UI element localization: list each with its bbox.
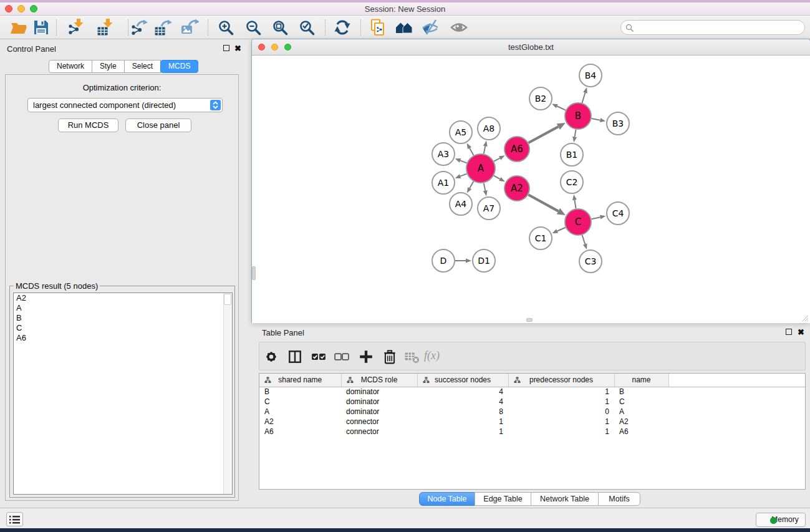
graph-edge[interactable] <box>460 174 467 177</box>
optimization-criterion-select[interactable]: largest connected component (directed) <box>27 98 223 112</box>
float-panel-icon[interactable] <box>786 329 792 335</box>
tab-select[interactable]: Select <box>124 60 161 73</box>
horizontal-scrollbar-thumb[interactable] <box>526 318 533 322</box>
close-window-button[interactable] <box>5 5 12 12</box>
graph-edge[interactable] <box>484 146 485 153</box>
memory-button[interactable]: Memory <box>756 513 806 527</box>
table-cell[interactable]: A2 <box>259 417 341 427</box>
tab-node-table[interactable]: Node Table <box>419 492 475 506</box>
select-all-columns-icon[interactable] <box>311 349 326 364</box>
table-row[interactable]: A2connector11A2 <box>259 417 806 427</box>
graph-edge[interactable] <box>484 183 485 191</box>
clone-network-icon[interactable] <box>369 18 387 37</box>
import-table-icon[interactable] <box>95 18 114 37</box>
table-cell[interactable]: A2 <box>614 417 668 427</box>
import-network-icon[interactable] <box>66 18 85 37</box>
graph-edge[interactable] <box>494 158 499 162</box>
mcds-result-list[interactable]: A2ABCA6 <box>13 293 233 495</box>
tab-edge-table[interactable]: Edge Table <box>475 492 531 506</box>
scrollbar-thumb[interactable] <box>224 294 231 305</box>
hide-details-icon[interactable] <box>421 18 440 37</box>
delete-column-icon[interactable] <box>382 349 397 364</box>
show-all-networks-icon[interactable] <box>395 18 413 37</box>
run-mcds-button[interactable]: Run MCDS <box>58 118 118 132</box>
resize-grip-icon[interactable] <box>801 314 809 322</box>
minimize-window-button[interactable] <box>17 5 25 12</box>
mcds-result-item[interactable]: B <box>14 313 232 323</box>
graph-edge[interactable] <box>575 130 576 137</box>
delete-table-icon[interactable] <box>405 349 420 364</box>
zoom-out-icon[interactable] <box>244 18 263 37</box>
table-cell[interactable]: dominator <box>341 407 417 417</box>
graph-edge[interactable] <box>582 235 586 244</box>
table-row[interactable]: Adominator80A <box>259 407 806 417</box>
minimize-window-button[interactable] <box>271 44 278 51</box>
scrollbar-track[interactable] <box>223 293 232 494</box>
export-table-icon[interactable] <box>153 18 172 37</box>
show-columns-icon[interactable] <box>287 349 302 364</box>
network-canvas[interactable]: AA6A2BCA5A8A3A1A4A7B2B4B3B1C2C4C1C3DD1 <box>252 56 810 323</box>
close-window-button[interactable] <box>258 44 265 51</box>
tab-motifs[interactable]: Motifs <box>598 492 640 506</box>
float-panel-icon[interactable] <box>223 45 229 51</box>
table-cell[interactable]: A6 <box>614 427 668 437</box>
mcds-result-item[interactable]: C <box>14 323 232 333</box>
table-cell[interactable]: 1 <box>417 417 508 427</box>
graph-edge[interactable] <box>574 200 576 209</box>
table-cell[interactable]: 1 <box>417 427 508 437</box>
show-details-icon[interactable] <box>450 18 468 37</box>
table-cell[interactable]: A6 <box>259 427 341 437</box>
add-column-icon[interactable] <box>359 349 374 364</box>
table-cell[interactable]: 1 <box>508 427 614 437</box>
table-cell[interactable]: connector <box>341 417 417 427</box>
network-window-titlebar[interactable]: testGlobe.txt <box>252 39 810 56</box>
table-settings-gear-icon[interactable] <box>264 349 279 364</box>
close-panel-button[interactable]: Close panel <box>125 118 191 132</box>
vertical-scrollbar-thumb[interactable] <box>252 266 256 280</box>
table-cell[interactable]: B <box>614 387 668 397</box>
tab-mcds[interactable]: MCDS <box>160 60 198 73</box>
table-row[interactable]: Bdominator41B <box>259 387 806 397</box>
column-header-predecessor-nodes[interactable]: predecessor nodes <box>508 374 614 387</box>
tab-network[interactable]: Network <box>49 60 92 73</box>
mcds-result-item[interactable]: A6 <box>14 333 232 343</box>
graph-edge[interactable] <box>591 217 600 219</box>
search-input[interactable] <box>637 22 799 33</box>
table-cell[interactable]: dominator <box>341 387 417 397</box>
mcds-result-item[interactable]: A2 <box>14 293 232 303</box>
graph-edge[interactable] <box>528 195 558 211</box>
table-cell[interactable]: A <box>614 407 668 417</box>
table-cell[interactable]: dominator <box>341 397 417 407</box>
export-network-icon[interactable] <box>129 18 148 37</box>
column-header-successor-nodes[interactable]: successor nodes <box>417 374 508 387</box>
zoom-fit-icon[interactable] <box>271 18 289 37</box>
export-image-icon[interactable] <box>180 18 199 37</box>
column-header-shared-name[interactable]: shared name <box>259 374 341 387</box>
graph-edge[interactable] <box>582 93 585 103</box>
graph-edge[interactable] <box>528 127 558 143</box>
table-cell[interactable]: 1 <box>508 397 614 407</box>
task-history-button[interactable] <box>6 512 23 526</box>
table-cell[interactable]: A <box>259 407 341 417</box>
close-panel-icon[interactable]: ✖ <box>798 329 804 336</box>
table-cell[interactable]: 1 <box>508 417 614 427</box>
tab-style[interactable]: Style <box>92 60 125 73</box>
function-builder-icon[interactable]: f(x) <box>424 349 440 362</box>
zoom-in-icon[interactable] <box>216 18 235 37</box>
zoom-window-button[interactable] <box>30 5 37 12</box>
graph-edge[interactable] <box>494 176 500 179</box>
mcds-result-item[interactable]: A <box>14 303 232 313</box>
deselect-all-columns-icon[interactable] <box>334 349 349 364</box>
table-row[interactable]: A6connector11A6 <box>259 427 806 437</box>
open-session-icon[interactable] <box>9 18 28 37</box>
column-header-name[interactable]: name <box>614 374 668 387</box>
graph-edge[interactable] <box>557 228 566 231</box>
table-cell[interactable]: 1 <box>508 387 614 397</box>
table-cell[interactable]: B <box>259 387 341 397</box>
save-session-icon[interactable] <box>31 18 50 37</box>
table-cell[interactable]: connector <box>341 427 417 437</box>
column-header-mcds-role[interactable]: MCDS role <box>341 374 417 387</box>
graph-edge[interactable] <box>592 118 600 120</box>
refresh-layout-icon[interactable] <box>333 18 352 37</box>
graph-edge[interactable] <box>557 106 566 110</box>
